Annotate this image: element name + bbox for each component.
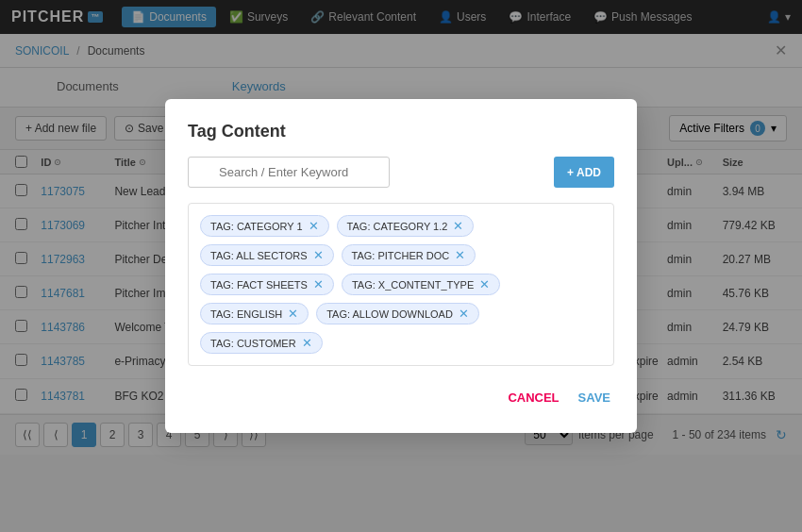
tag-label-0: TAG: CATEGORY 1 xyxy=(210,221,303,232)
tag-chip-8: TAG: CUSTOMER ✕ xyxy=(200,332,323,354)
tag-label-1: TAG: CATEGORY 1.2 xyxy=(347,221,448,232)
tag-label-7: TAG: ALLOW DOWNLOAD xyxy=(326,308,453,320)
tag-remove-8[interactable]: ✕ xyxy=(302,337,312,349)
add-keyword-button[interactable]: + ADD xyxy=(554,157,614,188)
tag-content-modal: Tag Content 🔍 + ADD TAG: CATEGORY 1 ✕ TA… xyxy=(165,99,637,433)
tags-area: TAG: CATEGORY 1 ✕ TAG: CATEGORY 1.2 ✕ TA… xyxy=(188,203,614,366)
keyword-search-input[interactable] xyxy=(188,157,390,188)
tag-chip-7: TAG: ALLOW DOWNLOAD ✕ xyxy=(316,303,479,324)
tag-remove-5[interactable]: ✕ xyxy=(479,278,490,291)
tag-label-6: TAG: ENGLISH xyxy=(210,308,282,320)
modal-title: Tag Content xyxy=(188,122,614,141)
tag-label-3: TAG: PITCHER DOC xyxy=(352,250,450,261)
cancel-button[interactable]: CANCEL xyxy=(504,385,562,410)
tag-label-2: TAG: ALL SECTORS xyxy=(210,250,308,261)
tag-chip-2: TAG: ALL SECTORS ✕ xyxy=(200,244,334,266)
tag-remove-0[interactable]: ✕ xyxy=(309,220,319,232)
tag-remove-7[interactable]: ✕ xyxy=(459,308,469,320)
tag-chip-1: TAG: CATEGORY 1.2 ✕ xyxy=(337,215,475,237)
modal-search-area: 🔍 + ADD xyxy=(188,157,614,188)
tag-chip-5: TAG: X_CONTENT_TYPE ✕ xyxy=(342,274,500,295)
tag-chip-0: TAG: CATEGORY 1 ✕ xyxy=(200,215,329,237)
tag-label-4: TAG: FACT SHEETS xyxy=(210,279,308,291)
tag-remove-2[interactable]: ✕ xyxy=(313,249,324,261)
tag-label-8: TAG: CUSTOMER xyxy=(210,338,296,349)
tag-remove-3[interactable]: ✕ xyxy=(455,249,465,261)
search-wrapper: 🔍 xyxy=(188,157,546,188)
tag-chip-3: TAG: PITCHER DOC ✕ xyxy=(342,244,476,266)
modal-overlay: Tag Content 🔍 + ADD TAG: CATEGORY 1 ✕ TA… xyxy=(0,0,802,532)
tag-remove-6[interactable]: ✕ xyxy=(288,308,298,320)
save-button[interactable]: SAVE xyxy=(575,385,614,410)
tag-remove-4[interactable]: ✕ xyxy=(313,278,324,291)
tag-chip-4: TAG: FACT SHEETS ✕ xyxy=(200,274,334,295)
tag-chip-6: TAG: ENGLISH ✕ xyxy=(200,303,309,324)
tag-remove-1[interactable]: ✕ xyxy=(453,220,463,232)
modal-footer: CANCEL SAVE xyxy=(188,385,614,410)
tag-label-5: TAG: X_CONTENT_TYPE xyxy=(352,279,474,291)
